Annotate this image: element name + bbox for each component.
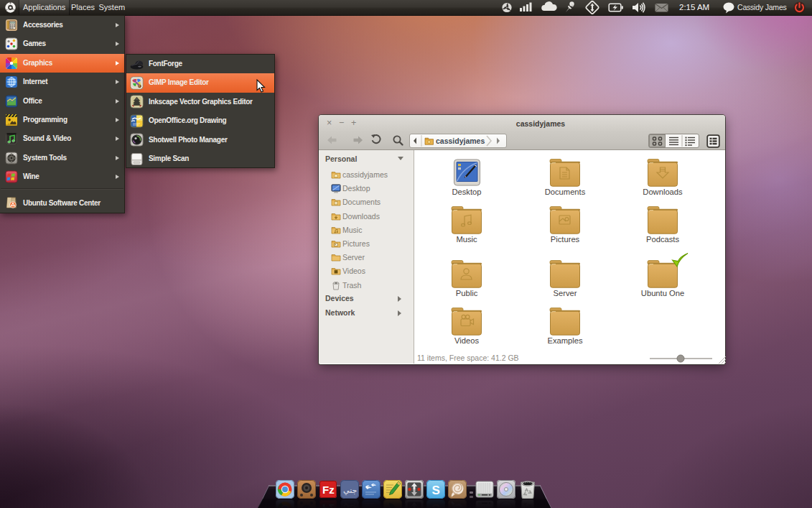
svg-text:Fz: Fz	[322, 484, 335, 496]
svg-text:cassidyjames: cassidyjames	[436, 137, 485, 145]
svg-text:S: S	[432, 484, 440, 497]
svg-text:جني: جني	[343, 486, 357, 495]
